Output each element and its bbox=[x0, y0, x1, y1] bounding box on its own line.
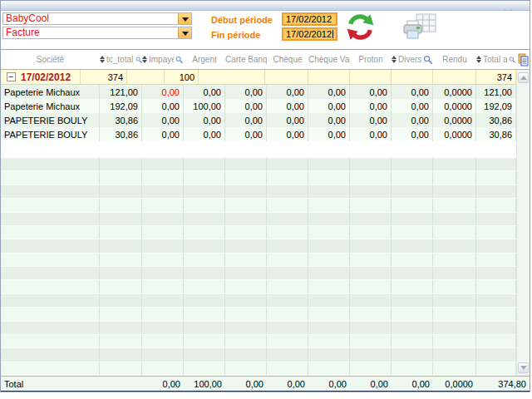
scroll-down-icon[interactable] bbox=[518, 362, 529, 373]
table-row[interactable]: PAPETERIE BOULY30,860,000,000,000,000,00… bbox=[1, 127, 516, 141]
scroll-up-icon[interactable] bbox=[518, 72, 529, 83]
empty-cell bbox=[392, 294, 433, 307]
value-cell: 0,00 bbox=[392, 99, 433, 113]
column-header-6[interactable]: Chèque Val bbox=[308, 50, 350, 69]
empty-cell bbox=[476, 280, 516, 293]
empty-cell bbox=[142, 267, 184, 279]
column-header-5[interactable]: Chèque bbox=[267, 50, 308, 69]
refresh-icon[interactable] bbox=[347, 13, 374, 41]
empty-cell bbox=[433, 226, 476, 239]
empty-cell bbox=[184, 362, 225, 375]
table-rows: Papeterie Michaux121,000,000,000,000,000… bbox=[1, 85, 516, 141]
value-cell: 0,00 bbox=[308, 113, 350, 127]
start-date-field[interactable]: 17/02/2012 bbox=[282, 12, 337, 26]
empty-cell bbox=[267, 335, 308, 347]
column-header-4[interactable]: Carte Banqu bbox=[225, 50, 267, 69]
empty-cell bbox=[142, 308, 184, 320]
column-header-2[interactable]: Impayée bbox=[142, 50, 184, 69]
copy-grid-icon[interactable] bbox=[518, 53, 529, 66]
empty-cell bbox=[350, 294, 392, 307]
filter-icon[interactable] bbox=[175, 55, 184, 65]
value-cell: 0,0000 bbox=[433, 85, 476, 99]
empty-cell bbox=[1, 308, 100, 320]
column-header-label: Chèque bbox=[273, 55, 302, 64]
column-header-10[interactable]: Total autr bbox=[476, 50, 516, 69]
empty-cell bbox=[1, 294, 100, 307]
empty-cell bbox=[433, 335, 476, 347]
end-date-field[interactable]: 17/02/2012 bbox=[282, 27, 337, 41]
collapse-expander-icon[interactable]: − bbox=[7, 72, 16, 81]
empty-cell bbox=[1, 171, 100, 184]
empty-cell bbox=[476, 171, 516, 184]
empty-cell bbox=[392, 171, 433, 184]
value-cell: 0,00 bbox=[267, 127, 308, 141]
chevron-down-icon[interactable] bbox=[178, 13, 191, 24]
empty-cell bbox=[350, 213, 392, 225]
group-empty-cell bbox=[350, 70, 392, 84]
empty-cell bbox=[225, 158, 267, 170]
column-header-7[interactable]: Proton bbox=[350, 50, 392, 69]
group-empty-cell bbox=[265, 70, 308, 84]
empty-cell bbox=[476, 322, 516, 334]
empty-cell bbox=[100, 171, 142, 184]
group-gap-row bbox=[1, 141, 516, 158]
empty-cell bbox=[350, 362, 392, 375]
column-header-1[interactable]: tc_total_de bbox=[100, 50, 142, 69]
company-select[interactable]: BabyCool bbox=[2, 12, 192, 25]
filter-icon[interactable] bbox=[423, 55, 433, 65]
group-empty-cell bbox=[392, 70, 433, 84]
print-grid-icon[interactable] bbox=[402, 13, 437, 41]
empty-cell bbox=[267, 199, 308, 211]
filter-icon[interactable] bbox=[135, 55, 142, 65]
empty-cell bbox=[476, 294, 516, 307]
empty-rows bbox=[1, 158, 516, 376]
empty-cell bbox=[267, 158, 308, 170]
end-period-label: Fin période bbox=[211, 30, 260, 40]
table-row[interactable]: PAPETERIE BOULY30,860,000,000,000,000,00… bbox=[1, 113, 516, 127]
value-cell: 30,86 bbox=[476, 113, 516, 127]
column-header-9[interactable]: Rendu bbox=[433, 50, 476, 69]
empty-cell bbox=[308, 213, 350, 225]
empty-row bbox=[1, 308, 516, 321]
column-header-0[interactable]: Société bbox=[1, 50, 100, 69]
value-cell: 0,00 bbox=[308, 99, 350, 113]
empty-cell bbox=[267, 213, 308, 225]
empty-cell bbox=[476, 239, 516, 252]
total-row: Total0,00100,000,000,000,000,000,000,000… bbox=[1, 376, 530, 391]
sort-arrows-icon bbox=[392, 56, 397, 63]
empty-cell bbox=[308, 280, 350, 293]
empty-cell bbox=[308, 199, 350, 211]
empty-cell bbox=[267, 226, 308, 239]
empty-cell bbox=[392, 254, 433, 266]
toolbar: BabyCool Facture Début période Fin pério… bbox=[1, 11, 530, 49]
column-header-8[interactable]: Divers bbox=[392, 50, 433, 69]
group-empty-cell bbox=[308, 70, 350, 84]
empty-cell bbox=[184, 308, 225, 320]
chevron-down-icon[interactable] bbox=[178, 27, 191, 38]
empty-row bbox=[1, 348, 516, 362]
value-cell: 0,0000 bbox=[433, 99, 476, 113]
empty-cell bbox=[100, 308, 142, 320]
column-header-3[interactable]: Argent bbox=[184, 50, 225, 69]
empty-row bbox=[1, 362, 516, 376]
empty-cell bbox=[100, 185, 142, 198]
table-row[interactable]: Papeterie Michaux192,090,00100,000,000,0… bbox=[1, 99, 516, 113]
report-window: ✕ BabyCool Facture Début période Fin pér… bbox=[0, 0, 530, 392]
table-row[interactable]: Papeterie Michaux121,000,000,000,000,000… bbox=[1, 85, 516, 99]
empty-cell bbox=[308, 348, 350, 361]
vertical-scrollbar[interactable] bbox=[516, 70, 530, 376]
value-cell: 0,00 bbox=[142, 113, 184, 127]
column-header-label: Divers bbox=[398, 55, 421, 64]
doctype-select[interactable]: Facture bbox=[2, 27, 192, 39]
filter-icon[interactable] bbox=[509, 55, 516, 65]
empty-cell bbox=[433, 158, 476, 170]
empty-cell bbox=[225, 254, 267, 266]
group-row[interactable]: −17/02/2012374100374 bbox=[1, 70, 516, 85]
value-cell: 0,00 bbox=[142, 127, 184, 141]
empty-cell bbox=[433, 171, 476, 184]
empty-cell bbox=[392, 226, 433, 239]
column-header-label: Société bbox=[37, 55, 64, 64]
empty-cell bbox=[433, 348, 476, 361]
empty-cell bbox=[184, 213, 225, 225]
empty-cell bbox=[225, 322, 267, 334]
